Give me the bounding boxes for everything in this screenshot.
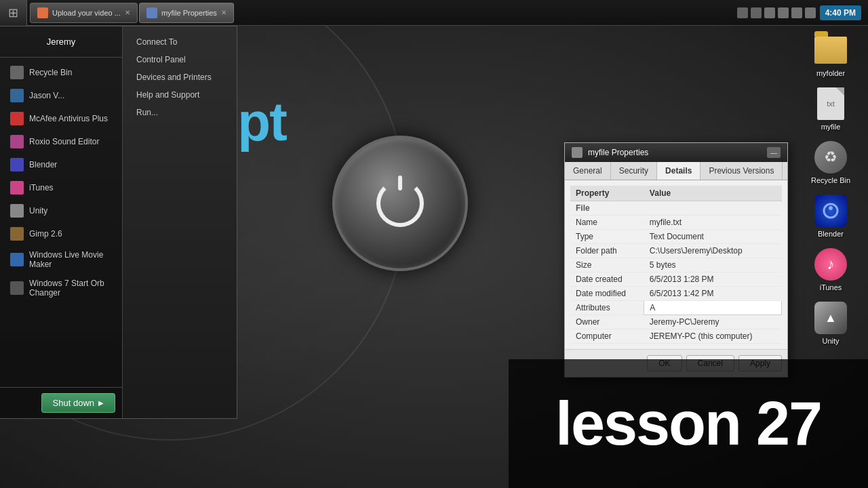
desktop-icon-itunes[interactable]: ♪ iTunes [807,248,854,291]
dialog-content: Property Value File Name myfile.txt Type [565,180,787,349]
folder-icon [814,37,847,64]
start-item-start-orb[interactable]: Windows 7 Start Orb Changer [0,274,122,302]
shutdown-label: Shut down [53,398,94,408]
start-item-blender[interactable]: Blender [0,153,122,176]
tab-browser-close[interactable]: ✕ [125,9,130,16]
tray-icon-1 [737,7,748,18]
tab-browser-label: Upload your video ... [52,9,121,17]
table-row: File [570,201,782,216]
start-item-icon-gimp [10,227,24,241]
start-item-icon-itunes [10,181,24,195]
col-value: Value [644,186,782,201]
desktop-icon-blender[interactable]: Blender [807,195,854,238]
table-row: Size 5 bytes [570,258,782,272]
table-row: Owner Jeremy-PC\Jeremy [570,315,782,329]
shutdown-arrow-icon: ▶ [98,399,104,407]
dialog-minimize-button[interactable]: — [767,147,781,158]
speaker-icon [778,7,789,18]
file-icon: txt [817,87,844,120]
desktop-icon-myfile[interactable]: txt myfile [807,87,854,131]
start-item-label-jason: Jason V... [29,91,64,100]
start-item-recycle[interactable]: Recycle Bin [0,61,122,84]
desktop-icon-blender-img [814,195,847,227]
prop-attributes: Attributes [570,301,644,315]
taskbar-top: ⊞ Upload your video ... ✕ myfile Propert… [0,0,868,26]
start-item-icon-roxio [10,135,24,148]
start-right-devices[interactable]: Devices and Printers [130,68,230,86]
table-row: Folder path C:\Users\Jeremy\Desktop [570,244,782,258]
desktop-icon-blender-label: Blender [818,230,844,238]
desktop-icon-myfile-img: txt [814,87,847,120]
start-item-icon-unity [10,204,24,218]
tab-properties[interactable]: myfile Properties ✕ [139,3,234,23]
start-item-icon-blender [10,158,24,171]
prop-name: Name [570,216,644,230]
start-menu: Jeremy Recycle Bin Jason V... McAfee Ant… [0,26,237,419]
dialog-title-text: myfile Properties [588,148,762,157]
dialog-controls: — [767,147,781,158]
dialog-tab-previous-versions[interactable]: Previous Versions [701,162,783,180]
desktop-icon-itunes-label: iTunes [820,283,842,291]
table-row: Date modified 6/5/2013 1:42 PM [570,287,782,301]
dialog-tab-general[interactable]: General [565,162,611,180]
start-menu-left: Jeremy Recycle Bin Jason V... McAfee Ant… [0,26,122,418]
unity-icon: ▲ [814,302,847,334]
table-row: Date created 6/5/2013 1:28 PM [570,272,782,287]
desktop-icon-unity[interactable]: ▲ Unity [807,302,854,345]
prop-type: Type [570,230,644,244]
svg-point-1 [829,206,833,210]
start-right-run[interactable]: Run... [130,104,230,121]
start-right-connect[interactable]: Connect To [130,33,230,51]
start-item-icon-jason [10,89,24,102]
start-item-jason[interactable]: Jason V... [0,84,122,107]
lesson-text: lesson 27 [555,389,821,459]
start-menu-right: Connect To Control Panel Devices and Pri… [122,26,237,418]
start-item-label-itunes: iTunes [29,183,54,192]
start-right-control-panel[interactable]: Control Panel [130,51,230,68]
tab-properties-label: myfile Properties [161,9,217,17]
val-owner: Jeremy-PC\Jeremy [644,315,782,329]
tab-browser[interactable]: Upload your video ... ✕ [30,3,138,23]
start-item-label-blender: Blender [29,160,57,169]
taskbar-tabs: Upload your video ... ✕ myfile Propertie… [27,0,730,25]
start-right-help[interactable]: Help and Support [130,86,230,104]
val-computer: JEREMY-PC (this computer) [644,329,782,344]
recycle-icon: ♻ [814,141,847,174]
tab-properties-close[interactable]: ✕ [221,9,226,16]
dialog-tab-security[interactable]: Security [611,162,657,180]
start-item-label-gimp: Gimp 2.6 [29,229,62,239]
dialog-title-icon [572,147,583,158]
start-item-gimp[interactable]: Gimp 2.6 [0,222,122,245]
start-item-mcafee[interactable]: McAfee Antivirus Plus [0,107,122,130]
start-item-itunes[interactable]: iTunes [0,176,122,199]
col-property: Property [570,186,644,201]
clock[interactable]: 4:40 PM [820,5,861,20]
desktop-icon-unity-img: ▲ [814,302,847,334]
flag-icon [764,7,775,18]
start-button[interactable]: ⊞ [0,0,27,26]
start-item-roxio[interactable]: Roxio Sound Editor [0,130,122,153]
shutdown-button[interactable]: Shut down ▶ [41,393,115,413]
start-user: Jeremy [0,26,122,58]
desktop-icon-myfolder[interactable]: myfolder [807,34,854,77]
desktop-icon-recycle[interactable]: ♻ Recycle Bin [807,141,854,184]
details-table: Property Value File Name myfile.txt Type [570,186,782,344]
start-item-movie-maker[interactable]: Windows Live Movie Maker [0,245,122,274]
desktop-icon-myfolder-label: myfolder [816,69,845,77]
desktop-icon-recycle-img: ♻ [814,141,847,174]
table-row-attributes: Attributes A [570,301,782,315]
prop-owner: Owner [570,315,644,329]
start-item-icon-movie-maker [10,253,24,266]
browser-tab-icon [37,7,48,18]
table-row: Type Text Document [570,230,782,244]
start-item-label-unity: Unity [29,206,47,216]
start-item-label-start-orb: Windows 7 Start Orb Changer [29,279,112,298]
val-folder: C:\Users\Jeremy\Desktop [644,244,782,258]
prop-computer: Computer [570,329,644,344]
val-attributes[interactable]: A [644,301,782,315]
desktop-icon-myfile-label: myfile [821,123,841,131]
start-item-label-mcafee: McAfee Antivirus Plus [29,114,108,123]
start-item-unity[interactable]: Unity [0,199,122,222]
dialog-tab-details[interactable]: Details [657,162,701,180]
start-items: Recycle Bin Jason V... McAfee Antivirus … [0,58,122,387]
